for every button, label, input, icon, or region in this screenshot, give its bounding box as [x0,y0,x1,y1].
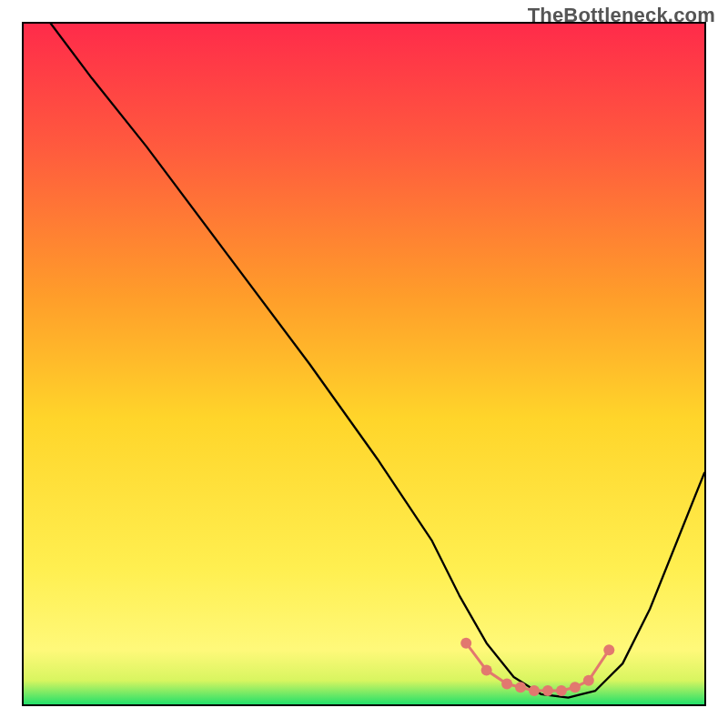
optimal-point [529,685,540,696]
optimal-point [460,638,471,649]
optimal-point [556,685,567,696]
optimal-point [515,682,526,693]
optimal-point [542,685,553,696]
chart-plot-area [22,22,706,706]
chart-svg [24,24,704,704]
optimal-point [501,679,512,690]
watermark-text: TheBottleneck.com [528,4,715,27]
optimal-point [481,665,492,676]
chart-background [24,24,704,704]
optimal-point [603,644,614,655]
optimal-point [583,675,594,686]
optimal-point [570,682,581,693]
